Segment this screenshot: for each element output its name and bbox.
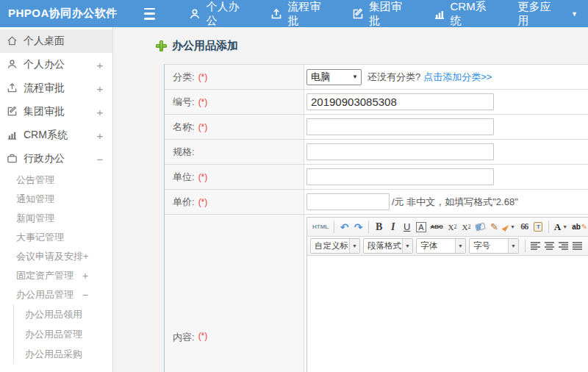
editor-content-area[interactable]: [307, 256, 588, 372]
auto-typeset-button[interactable]: ▼: [502, 219, 517, 235]
sidebar-item-label: 个人办公: [24, 58, 95, 71]
main-content: 办公用品添加 分类: (*) 电脑 ▼ 还没有分类? 点击添加分类>> 编号: …: [114, 27, 588, 372]
nav-crm-system[interactable]: CRM系统: [423, 0, 508, 27]
unit-input[interactable]: [306, 168, 494, 185]
unit-label: 单位: (*): [165, 165, 304, 189]
add-icon: [156, 40, 167, 51]
nav-group-approval[interactable]: 集团审批: [342, 0, 423, 27]
sidebar-item-admin-office[interactable]: 行政办公 −: [0, 147, 112, 171]
underline-button[interactable]: U: [401, 219, 413, 235]
font-family-dropdown[interactable]: 字体 ▼: [416, 238, 466, 254]
align-right-button[interactable]: [557, 238, 570, 254]
sidebar-item-personal-desktop[interactable]: 个人桌面: [0, 29, 112, 53]
toolbar-separator: [548, 221, 549, 233]
align-center-button[interactable]: [543, 238, 556, 254]
font-color-button[interactable]: A▼: [553, 219, 569, 235]
toolbar-separator: [368, 221, 369, 233]
required-mark: (*): [198, 72, 208, 82]
expand-toggle[interactable]: +: [95, 106, 105, 118]
sidebar-item-group-approval[interactable]: 集团审批 +: [0, 100, 112, 124]
required-mark: (*): [198, 97, 208, 107]
add-category-link[interactable]: 点击添加分类>>: [423, 71, 492, 84]
caret-down-icon: ▼: [508, 239, 518, 253]
sidebar-item-meeting-request[interactable]: 会议申请及安排+: [0, 247, 112, 266]
format-painter-button[interactable]: ✎: [488, 219, 501, 235]
sidebar-item-personal-office[interactable]: 个人办公 +: [0, 53, 112, 76]
bar-chart-icon: [7, 129, 18, 141]
sidebar-item-label: 公告管理: [16, 174, 54, 187]
align-left-icon: [531, 242, 540, 250]
spec-label: 规格:: [165, 140, 304, 164]
price-label: 单价: (*): [165, 190, 304, 214]
hamburger-menu-icon[interactable]: [144, 8, 160, 20]
blockquote-button[interactable]: 66: [518, 219, 531, 235]
caret-down-icon: ▼: [402, 239, 412, 253]
toolbar-separator: [334, 221, 334, 233]
italic-button[interactable]: I: [387, 219, 399, 235]
sidebar-item-notice-mgmt[interactable]: 通知管理: [0, 190, 112, 209]
sidebar-item-supplies-manage[interactable]: 办公用品管理: [14, 324, 112, 344]
app-logo: PHPOA协同办公软件: [0, 7, 131, 21]
top-menu: 个人办公 流程审批 集团审批 CRM系统 更多应用 ▼: [179, 0, 588, 27]
price-format-hint: /元 非中文，如填写格式"2.68": [392, 196, 518, 209]
expand-toggle[interactable]: +: [95, 59, 105, 71]
source-code-button[interactable]: HTML: [311, 219, 330, 235]
paragraph-format-dropdown[interactable]: 段落格式 ▼: [363, 238, 413, 254]
share-up-icon: [270, 8, 282, 20]
insert-link-button[interactable]: ∞: [585, 238, 588, 254]
nav-personal-office[interactable]: 个人办公: [179, 0, 260, 27]
sidebar-item-memorabilia-mgmt[interactable]: 大事记管理: [0, 228, 112, 247]
form-row-code: 编号: (*): [165, 90, 588, 115]
font-size-dropdown[interactable]: 字号 ▼: [469, 238, 519, 254]
highlight-color-button[interactable]: ab✎▼: [570, 219, 588, 235]
sidebar-item-label: 集团审批: [24, 105, 95, 118]
code-input[interactable]: [306, 93, 494, 110]
category-select[interactable]: 电脑 ▼: [306, 69, 362, 85]
sidebar-item-supplies-claim[interactable]: 办公用品领用: [14, 304, 112, 324]
paste-plain-button[interactable]: T: [532, 219, 545, 235]
price-input[interactable]: [306, 193, 390, 210]
font-border-button[interactable]: A: [415, 219, 427, 235]
sidebar-item-workflow-approval[interactable]: 流程审批 +: [0, 76, 112, 100]
clipboard-icon: T: [534, 222, 542, 232]
edit-square-icon: [7, 106, 18, 118]
sidebar-item-news-mgmt[interactable]: 新闻管理: [0, 209, 112, 228]
nav-more-apps[interactable]: 更多应用 ▼: [507, 0, 588, 27]
form-row-spec: 规格:: [165, 140, 588, 165]
name-input[interactable]: [306, 118, 494, 135]
sidebar-item-crm-system[interactable]: CRM系统 +: [0, 124, 112, 147]
sidebar-item-supplies-purchase[interactable]: 办公用品采购: [14, 344, 112, 364]
align-justify-button[interactable]: [571, 238, 584, 254]
remove-format-button[interactable]: [474, 219, 487, 235]
expand-toggle[interactable]: −: [82, 289, 88, 301]
align-left-button[interactable]: [529, 238, 542, 254]
sidebar-item-fixed-assets-mgmt[interactable]: 固定资产管理 +: [0, 266, 112, 285]
nav-label: 更多应用: [517, 0, 562, 28]
form-row-unit: 单位: (*): [165, 165, 588, 190]
top-navbar: PHPOA协同办公软件 个人办公 流程审批 集团审批 CRM系统: [0, 0, 588, 27]
expand-toggle[interactable]: +: [95, 82, 105, 95]
expand-toggle[interactable]: +: [95, 129, 105, 142]
sidebar-item-office-supplies-mgmt[interactable]: 办公用品管理 −: [0, 285, 112, 304]
sidebar-item-label: 办公用品管理: [25, 328, 82, 341]
toolbar-separator: [525, 240, 526, 252]
user-icon: [7, 59, 18, 71]
sidebar-item-announcement-mgmt[interactable]: 公告管理: [0, 171, 112, 190]
editor-toolbar-row-2: 自定义标题 ▼ 段落格式 ▼ 字体 ▼ 字号 ▼: [307, 237, 588, 256]
strikethrough-button[interactable]: ABC: [429, 219, 445, 235]
caret-down-icon: ▼: [571, 10, 578, 18]
redo-button[interactable]: ↷: [352, 219, 365, 235]
bold-button[interactable]: B: [373, 219, 385, 235]
nav-workflow-approval[interactable]: 流程审批: [260, 0, 342, 27]
caret-down-icon: ▼: [455, 239, 465, 253]
superscript-button[interactable]: X2: [446, 219, 459, 235]
custom-heading-dropdown[interactable]: 自定义标题 ▼: [310, 238, 360, 254]
undo-button[interactable]: ↶: [338, 219, 351, 235]
subscript-button[interactable]: X2: [460, 219, 473, 235]
sidebar-item-label: 办公用品管理: [16, 288, 74, 301]
expand-toggle[interactable]: −: [95, 153, 105, 165]
expand-toggle[interactable]: +: [82, 270, 88, 282]
spec-input[interactable]: [306, 143, 494, 160]
bar-chart-icon: [434, 8, 445, 20]
edit-square-icon: [352, 8, 364, 20]
